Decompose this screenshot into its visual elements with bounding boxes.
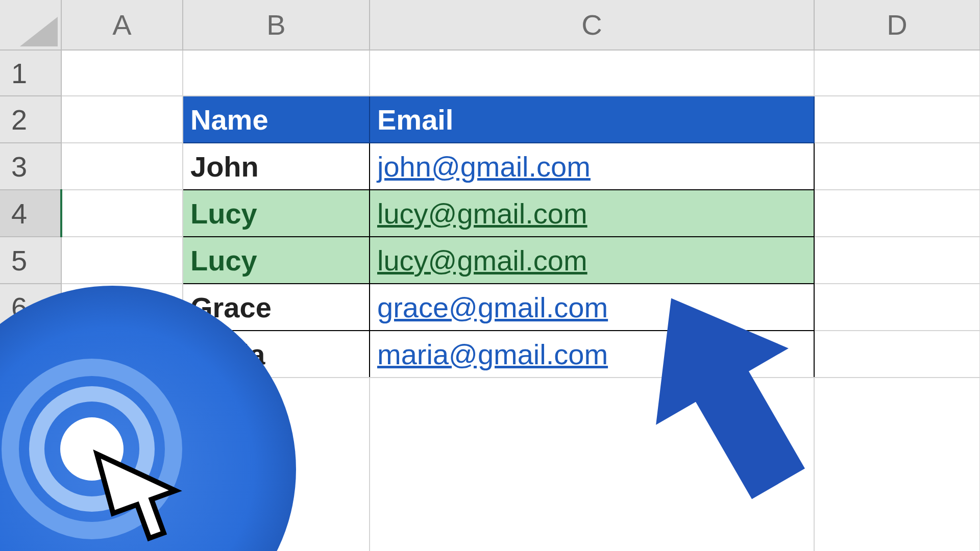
col-header-C[interactable]: C xyxy=(370,0,814,50)
cell-A2[interactable] xyxy=(61,96,183,143)
col-header-B[interactable]: B xyxy=(183,0,370,50)
row-7: 7 Maria maria@gmail.com xyxy=(0,331,980,378)
hyperlink[interactable]: lucy@gmail.com xyxy=(377,197,587,230)
table-header-email[interactable]: Email xyxy=(370,96,814,143)
cell-D1[interactable] xyxy=(814,50,980,96)
cell-email-grace[interactable]: grace@gmail.com xyxy=(370,284,814,331)
cell-email-maria[interactable]: maria@gmail.com xyxy=(370,331,814,378)
cell-A5[interactable] xyxy=(61,237,183,284)
cell-email-john[interactable]: john@gmail.com xyxy=(370,143,814,190)
cell-D-empty[interactable] xyxy=(814,378,980,551)
spreadsheet-view: A B C D 1 2 Name Email 3 John john@gmail… xyxy=(0,0,980,551)
hyperlink[interactable]: john@gmail.com xyxy=(377,151,591,183)
cell-C-empty[interactable] xyxy=(370,378,814,551)
cell-name-maria[interactable]: Maria xyxy=(183,331,370,378)
row-4: 4 Lucy lucy@gmail.com xyxy=(0,190,980,237)
cell-A1[interactable] xyxy=(61,50,183,96)
column-header-row: A B C D xyxy=(0,0,980,50)
row-header-4[interactable]: 4 xyxy=(0,190,61,237)
row-6: 6 Grace grace@gmail.com xyxy=(0,284,980,331)
col-header-D[interactable]: D xyxy=(814,0,980,50)
cell-B1[interactable] xyxy=(183,50,370,96)
cell-name-john[interactable]: John xyxy=(183,143,370,190)
select-all-corner[interactable] xyxy=(0,0,61,50)
row-header-empty[interactable] xyxy=(0,378,61,551)
cell-C1[interactable] xyxy=(370,50,814,96)
row-empty xyxy=(0,378,980,551)
row-2: 2 Name Email xyxy=(0,96,980,143)
cell-A3[interactable] xyxy=(61,143,183,190)
cell-D7[interactable] xyxy=(814,331,980,378)
row-header-2[interactable]: 2 xyxy=(0,96,61,143)
cell-D3[interactable] xyxy=(814,143,980,190)
hyperlink[interactable]: maria@gmail.com xyxy=(377,338,608,370)
cell-name-lucy-1[interactable]: Lucy xyxy=(183,190,370,237)
row-1: 1 xyxy=(0,50,980,96)
col-header-A[interactable]: A xyxy=(61,0,183,50)
hyperlink[interactable]: grace@gmail.com xyxy=(377,291,608,323)
hyperlink[interactable]: lucy@gmail.com xyxy=(377,244,587,277)
row-header-1[interactable]: 1 xyxy=(0,50,61,96)
row-header-3[interactable]: 3 xyxy=(0,143,61,190)
cell-D4[interactable] xyxy=(814,190,980,237)
row-header-7[interactable]: 7 xyxy=(0,331,61,378)
row-header-6[interactable]: 6 xyxy=(0,284,61,331)
table-header-name[interactable]: Name xyxy=(183,96,370,143)
cell-A7[interactable] xyxy=(61,331,183,378)
worksheet-grid[interactable]: A B C D 1 2 Name Email 3 John john@gmail… xyxy=(0,0,980,551)
cell-A4[interactable] xyxy=(61,190,183,237)
cell-B-empty[interactable] xyxy=(183,378,370,551)
cell-email-lucy-1[interactable]: lucy@gmail.com xyxy=(370,190,814,237)
row-header-5[interactable]: 5 xyxy=(0,237,61,284)
row-5: 5 Lucy lucy@gmail.com xyxy=(0,237,980,284)
cell-name-lucy-2[interactable]: Lucy xyxy=(183,237,370,284)
row-3: 3 John john@gmail.com xyxy=(0,143,980,190)
cell-D5[interactable] xyxy=(814,237,980,284)
cell-A6[interactable] xyxy=(61,284,183,331)
cell-D6[interactable] xyxy=(814,284,980,331)
cell-email-lucy-2[interactable]: lucy@gmail.com xyxy=(370,237,814,284)
cell-A-empty[interactable] xyxy=(61,378,183,551)
cell-name-grace[interactable]: Grace xyxy=(183,284,370,331)
cell-D2[interactable] xyxy=(814,96,980,143)
